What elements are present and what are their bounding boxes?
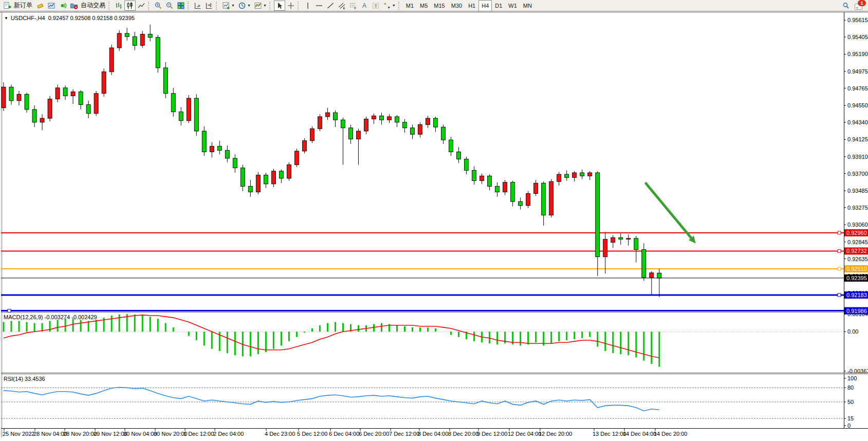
chevron-down-icon: ▼ — [263, 4, 267, 7]
crosshair-button[interactable] — [285, 1, 297, 11]
zoom-out-button[interactable] — [164, 1, 175, 11]
cursor-button[interactable] — [274, 1, 285, 11]
svg-text:0.94125: 0.94125 — [847, 136, 868, 142]
toolbar-separator — [216, 2, 219, 10]
vertical-line-button[interactable] — [302, 1, 313, 11]
svg-text:13 Dec 12:00: 13 Dec 12:00 — [593, 431, 626, 437]
bar-chart-icon — [115, 2, 123, 10]
toolbar-separator — [188, 2, 191, 10]
candlestick-chart-button[interactable] — [124, 1, 136, 11]
svg-text:9 Dec 12:00: 9 Dec 12:00 — [477, 431, 507, 437]
chart-shift-button[interactable] — [204, 1, 215, 11]
line-chart-button[interactable] — [136, 1, 147, 11]
timeframe-d1-button[interactable]: D1 — [492, 0, 505, 11]
timeframe-m1-button[interactable]: M1 — [403, 0, 417, 11]
svg-text:0.94550: 0.94550 — [847, 102, 868, 108]
periods-icon — [238, 2, 246, 10]
toolbar: 新订单 自动交易 ▼ ▼ — [0, 0, 868, 11]
zoom-in-button[interactable] — [153, 1, 164, 11]
crosshair-icon — [287, 2, 295, 10]
svg-text:0.92960: 0.92960 — [846, 230, 867, 236]
tile-windows-button[interactable] — [175, 1, 187, 11]
signals-button[interactable] — [57, 1, 68, 11]
candlestick-chart-icon — [126, 2, 134, 10]
new-order-label[interactable]: 新订单 — [14, 1, 32, 10]
timeframe-h4-button[interactable]: H4 — [478, 0, 492, 11]
svg-text:8 Dec 04:00: 8 Dec 04:00 — [418, 431, 448, 437]
notifications-button[interactable]: 1 — [855, 1, 865, 10]
svg-text:0.94765: 0.94765 — [847, 85, 868, 91]
toolbar-separator — [108, 2, 112, 10]
auto-scroll-button[interactable] — [192, 1, 204, 11]
profiles-button[interactable] — [46, 1, 57, 11]
toolbar-separator — [398, 2, 402, 10]
notification-badge: 1 — [858, 0, 866, 6]
text-button[interactable]: A — [359, 1, 370, 11]
toolbar-separator — [298, 2, 301, 10]
arrows-icon — [383, 2, 391, 10]
svg-text:0.95615: 0.95615 — [847, 17, 868, 23]
new-chart-button[interactable] — [34, 1, 46, 11]
svg-text:50: 50 — [847, 399, 854, 405]
auto-scroll-icon — [194, 2, 202, 10]
svg-text:-0.003674: -0.003674 — [847, 368, 868, 374]
svg-text:25 Nov 2022: 25 Nov 2022 — [3, 431, 34, 437]
timeframe-mn-button[interactable]: MN — [520, 0, 535, 11]
svg-text:6 Dec 20:00: 6 Dec 20:00 — [359, 431, 389, 437]
svg-text:7 Dec 12:00: 7 Dec 12:00 — [389, 431, 419, 437]
trendline-icon — [326, 2, 335, 10]
timeframe-w1-button[interactable]: W1 — [505, 0, 520, 11]
svg-text:F: F — [354, 6, 356, 9]
svg-text:12 Dec 20:00: 12 Dec 20:00 — [539, 431, 572, 437]
text-label-icon: T — [372, 2, 380, 10]
search-button[interactable] — [840, 1, 852, 11]
fibonacci-icon: F — [349, 2, 357, 10]
svg-text:4 Dec 23:00: 4 Dec 23:00 — [265, 431, 295, 437]
text-label-button[interactable]: T — [370, 1, 381, 11]
text-icon: A — [360, 2, 368, 10]
svg-text:0.93060: 0.93060 — [847, 222, 868, 228]
indicators-button[interactable]: ▼ — [220, 1, 236, 11]
svg-text:8 Dec 20:00: 8 Dec 20:00 — [448, 431, 478, 437]
svg-text:0.93485: 0.93485 — [847, 188, 868, 194]
new-order-button[interactable] — [2, 1, 13, 11]
timeframe-m30-button[interactable]: M30 — [448, 0, 465, 11]
svg-text:A: A — [362, 2, 366, 9]
signals-icon — [59, 2, 67, 10]
trendline-button[interactable] — [325, 1, 336, 11]
new-order-icon — [3, 2, 11, 10]
channel-button[interactable]: E — [336, 1, 347, 11]
templates-button[interactable]: ▼ — [252, 1, 268, 11]
timeframe-m15-button[interactable]: M15 — [431, 0, 448, 11]
zoom-out-icon — [165, 2, 174, 10]
svg-text:12 Dec 04:00: 12 Dec 04:00 — [508, 431, 541, 437]
timeframe-m5-button[interactable]: M5 — [417, 0, 431, 11]
chart-window[interactable]: 0.956150.954050.951900.949750.947650.945… — [0, 11, 868, 441]
periods-button[interactable]: ▼ — [236, 1, 252, 11]
fibonacci-button[interactable]: F — [347, 1, 359, 11]
svg-text:0.95190: 0.95190 — [847, 51, 868, 57]
svg-text:0.92395: 0.92395 — [846, 275, 867, 281]
cursor-icon — [275, 2, 284, 10]
bar-chart-button[interactable] — [113, 1, 124, 11]
arrows-button[interactable]: ▼ — [381, 1, 397, 11]
zoom-in-icon — [154, 2, 162, 10]
autotrade-button[interactable] — [68, 1, 80, 11]
chart-canvas[interactable]: 0.956150.954050.951900.949750.947650.945… — [0, 11, 868, 441]
svg-text:T: T — [374, 3, 377, 8]
autotrade-icon — [70, 2, 78, 10]
timeframe-h1-button[interactable]: H1 — [465, 0, 478, 11]
new-chart-icon — [36, 2, 44, 10]
svg-text:0.92732: 0.92732 — [846, 248, 867, 254]
templates-icon — [254, 2, 262, 10]
svg-text:0.93275: 0.93275 — [847, 205, 868, 211]
chevron-down-icon: ▼ — [231, 4, 235, 7]
svg-text:0.94340: 0.94340 — [847, 119, 868, 125]
chevron-down-icon: ▼ — [247, 4, 251, 7]
autotrade-label[interactable]: 自动交易 — [81, 1, 105, 10]
svg-text:30 Nov 20:00: 30 Nov 20:00 — [154, 431, 187, 437]
svg-text:14 Dec 20:00: 14 Dec 20:00 — [654, 431, 687, 437]
svg-text:0.00: 0.00 — [847, 328, 858, 335]
horizontal-line-button[interactable] — [313, 1, 325, 11]
indicators-icon — [222, 2, 230, 10]
